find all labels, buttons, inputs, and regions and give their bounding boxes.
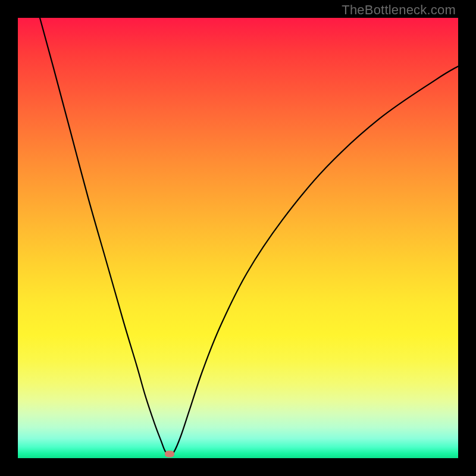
plot-area [18, 18, 458, 458]
chart-frame: TheBottleneck.com [0, 0, 476, 476]
bottleneck-curve [18, 18, 458, 458]
optimal-point-marker [165, 450, 174, 457]
watermark-text: TheBottleneck.com [342, 2, 456, 18]
